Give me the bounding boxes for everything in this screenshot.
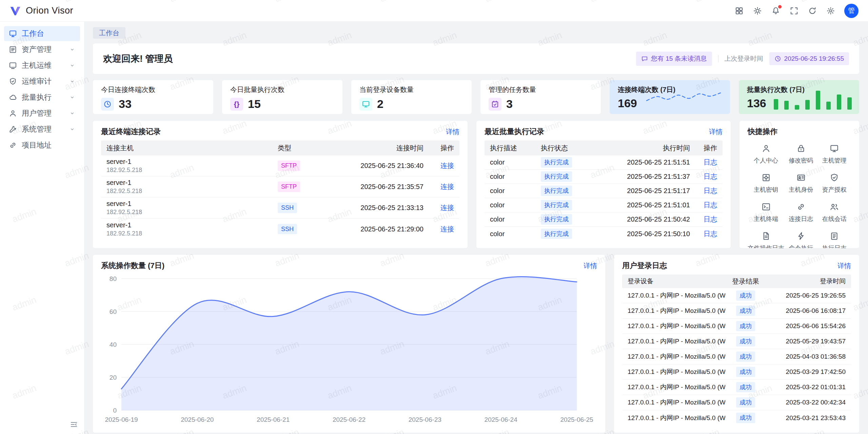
host-name: server-1 bbox=[106, 179, 278, 187]
connect-link[interactable]: 连接 bbox=[440, 162, 454, 169]
quick-action-label: 连接日志 bbox=[789, 215, 813, 223]
log-link[interactable]: 日志 bbox=[704, 215, 717, 223]
breadcrumb[interactable]: 工作台 bbox=[93, 27, 125, 39]
sidebar-item-project-url[interactable]: 项目地址 bbox=[4, 138, 80, 153]
sidebar-item-label: 系统管理 bbox=[22, 124, 52, 134]
log-link[interactable]: 日志 bbox=[704, 201, 717, 209]
svg-text:20: 20 bbox=[110, 374, 117, 381]
exec-status-badge: 执行完成 bbox=[541, 214, 572, 225]
last-login-time-chip: 2025-06-25 19:26:55 bbox=[769, 52, 849, 65]
connect-link[interactable]: 连接 bbox=[440, 225, 454, 233]
sidebar-item-workbench[interactable]: 工作台 bbox=[4, 26, 80, 41]
login-result-badge: 成功 bbox=[736, 382, 755, 393]
chev-icon bbox=[69, 78, 75, 84]
exec-time: 2025-06-25 21:50:10 bbox=[598, 230, 690, 238]
quick-action-host-identity[interactable]: 主机身份 bbox=[784, 173, 818, 194]
login-time: 2025-06-06 16:08:17 bbox=[766, 307, 846, 315]
login-device: 127.0.0.1 - 内网IP - Mozilla/5.0 (Windows … bbox=[628, 398, 725, 407]
quick-action-label: 资产授权 bbox=[822, 186, 847, 194]
welcome-card: 欢迎回来! 管理员 您有 15 条未读消息 上次登录时间 2025-06-25 … bbox=[93, 43, 859, 74]
sidebar-item-ops-audit[interactable]: 运维审计 bbox=[4, 74, 80, 89]
quick-action-host-key[interactable]: 主机密钥 bbox=[748, 173, 784, 194]
full-icon bbox=[790, 6, 798, 15]
sidebar-item-user-management[interactable]: 用户管理 bbox=[4, 106, 80, 121]
file-icon bbox=[762, 231, 771, 241]
quick-action-host-management[interactable]: 主机管理 bbox=[818, 144, 851, 165]
top-header: Orion Visor 管 bbox=[0, 0, 868, 22]
log-link[interactable]: 日志 bbox=[704, 158, 717, 166]
asset-icon bbox=[9, 45, 17, 54]
host-name: server-1 bbox=[106, 221, 278, 229]
column-header: 登录设备 bbox=[628, 277, 725, 286]
user-avatar[interactable]: 管 bbox=[844, 4, 859, 18]
quick-action-host-terminal[interactable]: 主机终端 bbox=[748, 202, 784, 223]
host-ip: 182.92.5.218 bbox=[106, 167, 278, 174]
stat-value: 3 bbox=[506, 97, 513, 111]
quick-action-personal-center[interactable]: 个人中心 bbox=[748, 144, 784, 165]
table-row: 127.0.0.1 - 内网IP - Mozilla/5.0 (Windows … bbox=[622, 364, 851, 380]
table-row: 127.0.0.1 - 内网IP - Mozilla/5.0 (Windows … bbox=[622, 395, 851, 410]
exec-description: color bbox=[490, 215, 541, 223]
connect-time: 2025-06-25 21:35:57 bbox=[322, 183, 423, 191]
quick-action-change-password[interactable]: 修改密码 bbox=[784, 144, 818, 165]
exec-description: color bbox=[490, 201, 541, 209]
unread-messages-chip[interactable]: 您有 15 条未读消息 bbox=[636, 52, 712, 66]
quick-action-connect-log[interactable]: 连接日志 bbox=[784, 202, 818, 223]
terminal-details-link[interactable]: 详情 bbox=[446, 127, 459, 136]
audit-icon bbox=[830, 173, 839, 182]
connect-link[interactable]: 连接 bbox=[440, 183, 454, 190]
quick-action-file-operation-log[interactable]: 文件操作日志 bbox=[748, 231, 784, 248]
sidebar-item-batch-exec[interactable]: 批量执行 bbox=[4, 90, 80, 105]
monitor-icon bbox=[830, 144, 839, 153]
sidebar-item-label: 资产管理 bbox=[22, 44, 52, 55]
log-link[interactable]: 日志 bbox=[704, 187, 717, 194]
log-link[interactable]: 日志 bbox=[704, 230, 717, 238]
sidebar-menu: 工作台资产管理主机运维运维审计批量执行用户管理系统管理项目地址 bbox=[0, 26, 84, 153]
svg-text:2025-06-23: 2025-06-23 bbox=[409, 416, 441, 423]
table-row: color执行完成2025-06-25 21:51:01日志 bbox=[485, 198, 723, 212]
sidebar-item-host-ops[interactable]: 主机运维 bbox=[4, 58, 80, 73]
svg-text:2025-06-20: 2025-06-20 bbox=[181, 416, 214, 423]
refresh-button[interactable] bbox=[808, 6, 817, 16]
theme-toggle-button[interactable] bbox=[753, 6, 762, 16]
login-time: 2025-04-03 01:36:58 bbox=[766, 353, 846, 360]
chart-details-link[interactable]: 详情 bbox=[584, 261, 597, 270]
header-actions bbox=[734, 6, 835, 16]
batch-details-link[interactable]: 详情 bbox=[709, 127, 723, 136]
quick-action-asset-authorization[interactable]: 资产授权 bbox=[818, 173, 851, 194]
lock-icon bbox=[796, 144, 806, 153]
quick-action-command-execution[interactable]: 命令执行 bbox=[784, 231, 818, 248]
table-row: server-1182.92.5.218SFTP2025-06-25 21:36… bbox=[101, 155, 459, 176]
exec-time: 2025-06-25 21:51:37 bbox=[598, 173, 690, 181]
notifications-button[interactable] bbox=[771, 6, 781, 16]
fullscreen-button[interactable] bbox=[789, 6, 799, 16]
sidebar-item-asset-management[interactable]: 资产管理 bbox=[4, 42, 80, 57]
svg-text:2025-06-19: 2025-06-19 bbox=[105, 416, 138, 423]
column-header: 登录时间 bbox=[766, 277, 846, 286]
sidebar-item-system-management[interactable]: 系统管理 bbox=[4, 122, 80, 137]
divider bbox=[718, 55, 718, 62]
login-result-badge: 成功 bbox=[736, 352, 755, 362]
exec-time: 2025-06-25 21:50:42 bbox=[598, 215, 690, 223]
quick-action-execution-log[interactable]: 执行日志 bbox=[818, 231, 851, 248]
exec-description: color bbox=[490, 187, 541, 195]
panel-title: 最近批量执行记录 bbox=[485, 127, 544, 137]
workbench-icon bbox=[9, 30, 17, 38]
login-time: 2025-06-25 19:26:55 bbox=[766, 292, 846, 299]
table-row: 127.0.0.1 - 内网IP - Mozilla/5.0 (Windows … bbox=[622, 288, 851, 303]
idcard-icon bbox=[796, 173, 806, 182]
column-header: 连接主机 bbox=[106, 144, 278, 153]
settings-button[interactable] bbox=[826, 6, 835, 16]
sidebar-collapse-button[interactable] bbox=[70, 420, 78, 429]
login-details-link[interactable]: 详情 bbox=[837, 261, 851, 270]
exec-status-badge: 执行完成 bbox=[541, 200, 572, 210]
login-device: 127.0.0.1 - 内网IP - Mozilla/5.0 (Windows … bbox=[628, 352, 725, 361]
quick-action-online-session[interactable]: 在线会话 bbox=[818, 202, 851, 223]
login-time: 2025-03-29 17:42:50 bbox=[766, 368, 846, 376]
table-row: 127.0.0.1 - 内网IP - Mozilla/5.0 (Windows … bbox=[622, 349, 851, 364]
table-row: 127.0.0.1 - 内网IP - Mozilla/5.0 (Windows … bbox=[622, 303, 851, 319]
log-link[interactable]: 日志 bbox=[704, 173, 717, 180]
connect-link[interactable]: 连接 bbox=[440, 204, 454, 211]
apps-button[interactable] bbox=[734, 6, 744, 16]
terminal-icon bbox=[762, 202, 771, 211]
